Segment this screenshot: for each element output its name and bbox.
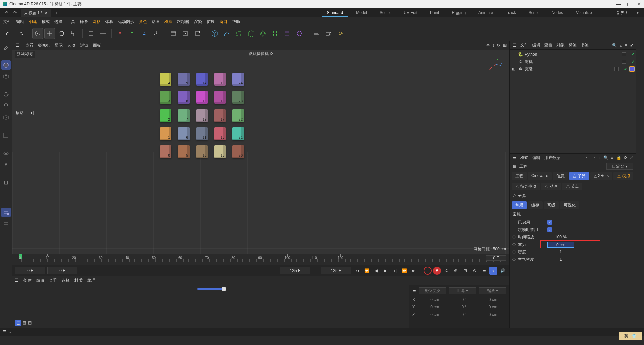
mograph-icon[interactable] [270,28,280,39]
objmgr-edit[interactable]: 编辑 [532,42,540,48]
keyframe-diamond-icon[interactable] [512,257,516,261]
attr-tab[interactable]: 信息 [553,172,568,180]
menu-16[interactable]: 窗口 [219,19,227,25]
matmgr-layers-icon[interactable]: ▤ [28,320,32,326]
last-tool-icon[interactable] [86,28,96,39]
rot-Y[interactable]: 0 ° [451,305,477,309]
menu-icon[interactable]: ☰ [15,43,20,48]
redo-tool-icon[interactable] [15,28,25,39]
vp-menu-display[interactable]: 显示 [55,43,63,48]
vp-menu-view[interactable]: 查看 [25,43,33,48]
layout-tab-sculpt[interactable]: Sculpt [375,9,395,17]
clone-cube-2[interactable]: 2 [160,109,171,122]
keyframe-diamond-icon[interactable] [512,250,516,254]
menu-13[interactable]: 跟踪器 [177,19,189,25]
checkbox[interactable]: ✓ [547,220,552,225]
tree-item-Python[interactable]: 🐍Python✔ [511,51,635,58]
lock-icon[interactable]: 🔒 [616,155,621,160]
popup-icon[interactable]: ⤢ [630,155,633,160]
cube-primitive-icon[interactable] [210,28,220,39]
attr-edit[interactable]: 编辑 [532,155,540,161]
menu-icon[interactable]: ☰ [412,288,416,293]
make-editable-icon[interactable] [1,42,11,52]
rotate-tool-icon[interactable] [57,28,67,39]
sub-menu-texture[interactable]: 纹理 [87,278,95,283]
autokey-icon[interactable]: A [433,267,441,275]
enabled-icon[interactable]: ✔ [631,52,635,57]
current-frame-field[interactable]: 0 F [15,267,45,274]
attr-layout-select[interactable]: 自定义 ▾ [606,163,633,170]
render-settings-icon[interactable] [193,28,203,39]
sound-icon[interactable]: 🔊 [499,267,507,275]
clone-cube-23[interactable]: 23 [232,91,244,104]
scale-X[interactable]: 0 cm [480,297,506,302]
search-icon[interactable]: 🔍 [603,155,608,160]
prev-key-icon[interactable]: ⏪ [363,267,371,275]
end-frame-field[interactable]: 125 F [280,267,310,274]
vp-pan-icon[interactable]: ✥ [486,43,490,48]
coord-system-icon[interactable] [151,28,161,39]
menu-4[interactable]: 选择 [54,19,62,25]
menu-15[interactable]: 扩展 [207,19,215,25]
attr-tab[interactable]: 缓存 [528,201,543,209]
render-region-icon[interactable] [180,28,191,39]
param-field[interactable]: 0 cm [547,242,574,248]
clone-cube-17[interactable]: 17 [214,109,226,122]
material-zoom-slider[interactable] [197,288,224,290]
checkbox[interactable]: ✓ [547,227,552,232]
workplane-icon[interactable] [1,196,11,206]
attr-tab[interactable]: 常规 [512,201,527,209]
move-tool-icon[interactable] [45,28,55,39]
attr-tab[interactable]: △ XRefs [590,172,612,180]
maximize-button[interactable]: ▢ [627,1,631,7]
play-icon[interactable]: ▶ [381,267,389,275]
attr-userdata[interactable]: 用户数据 [544,155,560,161]
field-icon[interactable] [258,28,268,39]
x-axis-icon[interactable]: X [115,28,125,39]
clone-cube-12[interactable]: 12 [196,109,208,122]
coord-scale-mode[interactable]: 缩放 ▾ [479,287,506,294]
camera-icon[interactable] [323,28,333,39]
layout-tab-model[interactable]: Model [351,9,372,17]
param-field[interactable]: 1 [547,249,574,255]
axis-tool-icon[interactable] [98,28,108,39]
filter-icon[interactable]: ≡ [625,43,627,48]
key-rot-icon[interactable]: ⊙ [471,267,479,275]
clone-cube-1[interactable]: 1 [160,127,171,140]
objmgr-view[interactable]: 查看 [544,42,552,48]
polygon-mode-icon[interactable] [1,113,11,122]
start-frame-field[interactable]: 0 F [47,267,77,274]
pos-Y[interactable]: 0 cm [422,305,448,309]
minimize-button[interactable]: — [616,1,621,7]
tree-item-随机[interactable]: ✲随机✔ [511,58,635,65]
vp-menu-options[interactable]: 选项 [67,43,75,48]
attr-mode[interactable]: 模式 [520,155,528,161]
vp-menu-panel[interactable]: 面板 [93,43,101,48]
sub-menu-material[interactable]: 材质 [74,278,83,283]
expand-icon[interactable]: ⤢ [630,43,633,48]
attr-tab[interactable]: Cineware [528,172,552,180]
scale-tool-icon[interactable] [69,28,79,39]
sub-menu-edit[interactable]: 编辑 [36,278,44,283]
add-layout-icon[interactable]: ＋ [600,10,606,16]
viewport-solo-icon[interactable] [1,149,11,158]
key-param-icon[interactable]: ☰ [480,267,488,275]
document-tab[interactable]: 未标题 1 * × [21,9,51,17]
undo-tool-icon[interactable] [3,28,13,39]
nav-back-icon[interactable]: ← [585,155,589,160]
attr-tab[interactable]: △ 模拟 [613,172,633,180]
spline-icon[interactable] [222,28,232,39]
attr-tab[interactable]: △ 动画 [541,183,561,190]
coord-reset[interactable]: 复位变换 [419,287,446,294]
layout-tab-standard[interactable]: Standard [322,9,348,17]
material-manager[interactable]: ☰ ▦ ▤ [12,285,409,328]
clone-cube-4[interactable]: 4 [160,73,171,86]
menu-2[interactable]: 创建 [29,19,37,25]
expand-icon[interactable]: ⊞ [511,67,516,71]
clone-cube-9[interactable]: 9 [178,73,190,86]
clone-cube-3[interactable]: 3 [160,91,171,104]
objmgr-object[interactable]: 对象 [556,42,565,48]
menu-10[interactable]: 角色 [139,19,147,25]
keyframe-diamond-icon[interactable] [512,243,516,246]
vp-menu-camera[interactable]: 摄像机 [38,43,50,48]
